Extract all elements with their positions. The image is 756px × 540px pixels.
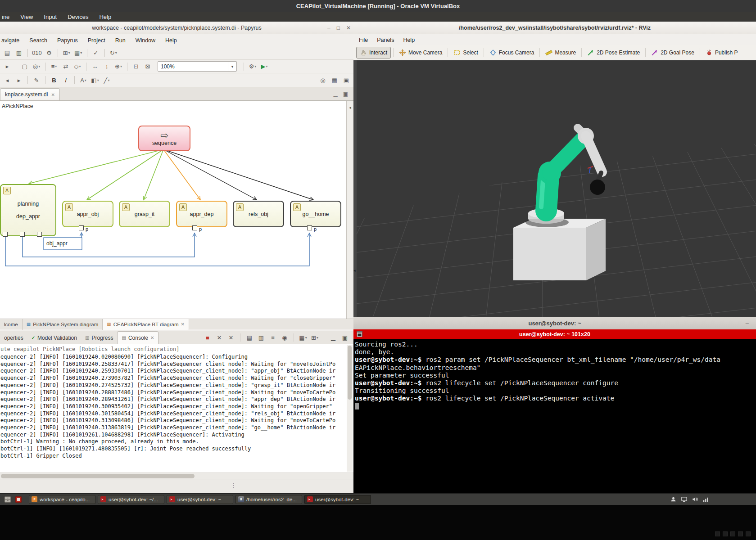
bold-icon[interactable]: B — [49, 75, 59, 85]
taskbar-window-button[interactable]: >_user@sybot-dev: ~ — [167, 495, 233, 504]
select-tool[interactable]: Select — [450, 47, 481, 58]
table-view-icon[interactable]: ⊞▾ — [61, 48, 72, 58]
papyrus-menu-search[interactable]: Search — [29, 37, 47, 44]
bt-node-rels-obj[interactable]: A rels_obj — [233, 201, 284, 227]
network-icon[interactable] — [702, 496, 709, 503]
minimize-icon[interactable]: – — [746, 320, 749, 327]
user-indicator-icon[interactable] — [670, 496, 677, 503]
console-vertical-scrollbar[interactable] — [347, 345, 353, 472]
maximize-view-icon[interactable]: ▣ — [343, 91, 348, 97]
taskbar-window-button[interactable]: Pworkspace - ceapilo... — [29, 495, 95, 504]
route-vertical-icon[interactable]: ↕ — [101, 62, 112, 72]
refresh-icon[interactable]: ↻▾ — [108, 48, 119, 58]
save-icon[interactable]: ▤ — [2, 48, 13, 58]
minimize-icon[interactable]: – — [327, 25, 330, 31]
snapshot-icon[interactable]: ▣ — [341, 75, 352, 85]
display-selected-console-icon[interactable]: ▦▾ — [298, 333, 308, 342]
pin-console-icon[interactable]: ◉ — [280, 333, 290, 342]
tab-system-diagram[interactable]: ▦ PickNPlace System diagram — [23, 319, 103, 330]
scroll-lock-icon[interactable]: ▥ — [256, 333, 266, 342]
tab-console[interactable]: ▤ Console ✕ — [117, 331, 158, 344]
rviz-menu-file[interactable]: File — [359, 37, 368, 43]
bt-node-go-home[interactable]: A go__home — [290, 201, 341, 227]
word-wrap-icon[interactable]: ≡ — [268, 333, 278, 342]
align-icon[interactable]: ≡▾ — [49, 62, 59, 72]
maximize-icon[interactable]: □ — [337, 25, 340, 31]
close-tab-icon[interactable]: ✕ — [150, 335, 154, 340]
move-camera-tool[interactable]: Move Camera — [396, 47, 445, 58]
vm-menu-help[interactable]: Help — [99, 14, 111, 20]
launcher-icon[interactable] — [14, 495, 23, 504]
papyrus-menu-project[interactable]: Project — [88, 37, 105, 44]
rviz-menu-help[interactable]: Help — [403, 37, 415, 43]
focus-camera-tool[interactable]: Focus Camera — [486, 47, 538, 58]
maximize-panel-icon[interactable]: ▣ — [340, 333, 350, 342]
layers-icon[interactable]: ◇▾ — [72, 62, 83, 72]
zoom-level-combo[interactable]: 100%▾ — [158, 61, 237, 72]
taskbar-window-button[interactable]: R/home/user/ros2_de... — [235, 495, 302, 504]
edit-style-icon[interactable]: ✎ — [31, 75, 42, 85]
rviz-3d-viewport[interactable]: ◂ — [353, 60, 756, 317]
clear-console-icon[interactable]: ▤ — [244, 333, 254, 342]
tab-properties[interactable]: operties — [0, 332, 27, 344]
terminal-window-titlebar[interactable]: user@sybot-dev: ~ – — [353, 317, 756, 329]
displays-panel-splitter[interactable]: ◂ — [353, 60, 357, 317]
port-appr-obj[interactable] — [79, 225, 84, 230]
distribute-icon[interactable]: ⇄ — [60, 62, 71, 72]
bt-node-sequence[interactable]: ⇨ sequence — [138, 126, 190, 151]
port-planning-2[interactable] — [20, 232, 25, 237]
papyrus-menu-window[interactable]: Window — [136, 37, 155, 44]
palette-icon[interactable]: ▦ — [329, 75, 340, 85]
font-color-icon[interactable]: A▾ — [78, 75, 89, 85]
papyrus-menu-run[interactable]: Run — [115, 37, 126, 44]
fit-selection-icon[interactable]: ⊡ — [131, 62, 141, 72]
volume-icon[interactable] — [692, 496, 698, 503]
publish-point-tool[interactable]: Publish P — [702, 47, 741, 58]
binary-file-icon[interactable]: 010 — [31, 48, 43, 58]
expand-displays-icon[interactable]: ◂ — [353, 268, 356, 273]
taskbar-window-button[interactable]: >_user@sybot-dev: ~ — [304, 495, 371, 504]
fill-color-icon[interactable]: ◧▾ — [90, 75, 100, 85]
validate-model-icon[interactable]: ✓ — [91, 48, 101, 58]
papyrus-menu-avigate[interactable]: avigate — [1, 37, 19, 44]
line-color-icon[interactable]: ╱▾ — [101, 75, 112, 85]
measure-tool[interactable]: Measure — [542, 47, 579, 58]
close-icon[interactable]: ✕ — [346, 25, 351, 31]
bt-diagram-canvas[interactable]: APickNPlace ⇨ sequence A planning dep_ap… — [0, 101, 346, 319]
italic-icon[interactable]: I — [60, 75, 71, 85]
search-diagram-icon[interactable]: ◎ — [317, 75, 328, 85]
pose-estimate-tool[interactable]: 2D Pose Estimate — [584, 47, 643, 58]
terminate-icon[interactable]: ■ — [203, 333, 213, 342]
port-planning-1[interactable] — [3, 232, 8, 237]
nav-back-icon[interactable]: ◂ — [2, 75, 13, 85]
terminal-screen[interactable]: Sourcing ros2...done, bye.user@sybot-dev… — [353, 339, 756, 493]
editor-tab-picknplace[interactable]: knplace.system.di ✕ — [0, 88, 60, 100]
console-view[interactable]: ute ceapilot PickNPlace [Robotics launch… — [0, 344, 353, 472]
diagram-settings-icon[interactable]: ⚙▾ — [247, 62, 258, 72]
console-horizontal-scrollbar[interactable] — [0, 472, 353, 480]
bt-node-grasp-it[interactable]: A grasp_it — [119, 201, 170, 227]
tab-welcome[interactable]: lcome — [0, 319, 23, 330]
open-console-icon[interactable]: ⊞▾ — [310, 333, 320, 342]
vm-menu-view[interactable]: View — [20, 14, 33, 20]
fit-page-icon[interactable]: ⊠ — [142, 62, 153, 72]
bt-node-planning[interactable]: A planning dep_appr — [0, 184, 56, 236]
terminal-red-titlebar[interactable]: user@sybot-dev: ~ 101x20 — [353, 329, 756, 339]
minimize-panel-icon[interactable]: ▁ — [328, 333, 338, 342]
route-horizontal-icon[interactable]: ↔ — [90, 62, 100, 72]
port-go-home[interactable] — [307, 225, 312, 230]
papyrus-titlebar[interactable]: workspace - ceapilot/models/system/pickn… — [0, 22, 353, 35]
taskbar-window-button[interactable]: >_user@sybot-dev: ~/... — [98, 495, 164, 504]
tab-model-validation[interactable]: ✓ Model Validation — [27, 332, 81, 344]
tab-bt-diagram[interactable]: ▦ CEAPickNPlace BT diagram ✕ — [103, 319, 189, 330]
remove-all-launches-icon[interactable]: ✕ — [226, 333, 236, 342]
marquee-select-icon[interactable]: ▢ — [19, 62, 30, 72]
papyrus-menu-help[interactable]: Help — [165, 37, 177, 44]
vm-menu-input[interactable]: Input — [44, 14, 57, 20]
palette-collapsed-strip[interactable]: ◂ — [346, 101, 353, 319]
port-appr-dep[interactable] — [192, 225, 197, 230]
zoom-tool-icon[interactable]: ◎▾ — [31, 62, 42, 72]
nav-forward-icon[interactable]: ▸ — [14, 75, 24, 85]
tab-progress[interactable]: ▥ Progress — [81, 332, 117, 344]
vm-menu-ine[interactable]: ine — [2, 14, 9, 20]
